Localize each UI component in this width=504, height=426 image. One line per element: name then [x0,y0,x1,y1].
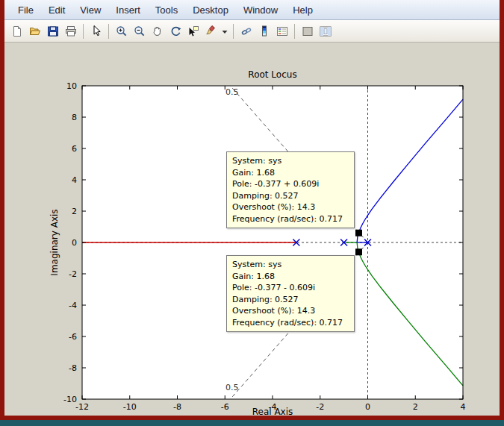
toolbar-separator [294,24,295,39]
open-file-icon [28,25,42,38]
insert-legend-button[interactable] [273,22,290,40]
datatip-line-pole: Pole: -0.377 - 0.609i [232,282,349,294]
matlab-figure-window: { "window": { "frame_color": "#8f150c", … [0,0,504,426]
damping-ratio-label-bottom: 0.5 [225,383,239,392]
menu-bar: File Edit View Insert Tools Desktop Wind… [4,0,500,20]
chevron-down-icon [221,27,228,36]
brush-icon [205,25,218,38]
datatip-line-overshoot: Overshoot (%): 14.3 [232,305,349,317]
toolbar-separator [108,24,109,39]
link-plot-button[interactable] [237,22,255,40]
datatip-line-pole: Pole: -0.377 + 0.609i [232,178,349,190]
datatip-line-gain: Gain: 1.68 [232,167,349,179]
menu-window[interactable]: Window [236,1,285,19]
menu-file[interactable]: File [10,1,41,19]
figure-window: File Edit View Insert Tools Desktop Wind… [4,0,500,416]
zoom-in-button[interactable] [113,22,130,40]
y-tick-label: -2 [69,269,77,279]
save-figure-button[interactable] [44,22,61,40]
show-plot-tools-button[interactable] [317,22,334,40]
y-tick-label: 2 [72,207,77,216]
datatip-lower-pole[interactable]: System: sys Gain: 1.68 Pole: -0.377 - 0.… [226,255,355,332]
datatip-line-overshoot: Overshoot (%): 14.3 [232,201,349,213]
save-figure-icon [46,25,60,38]
y-tick-label: -8 [69,363,77,373]
edit-plot-cursor-icon [90,25,103,38]
menu-insert[interactable]: Insert [108,1,148,19]
print-figure-button[interactable] [62,22,79,40]
menu-tools[interactable]: Tools [148,1,185,19]
toolbar-separator [83,24,84,39]
menu-edit[interactable]: Edit [41,1,72,19]
zoom-out-icon [133,25,146,38]
toolbar-separator [233,24,234,39]
selected-gain-marker[interactable] [355,248,362,255]
datatip-line-frequency: Frequency (rad/sec): 0.717 [232,317,349,329]
insert-legend-icon [276,25,289,38]
data-cursor-button[interactable] [184,22,202,40]
menu-help[interactable]: Help [285,1,320,19]
rotate-3d-button[interactable] [167,22,184,40]
y-tick-label: 8 [72,113,77,122]
show-plot-tools-icon [319,25,332,38]
datatip-line-damping: Damping: 0.527 [232,190,349,202]
damping-ratio-label-top: 0.5 [225,87,239,97]
insert-colorbar-button[interactable] [255,22,273,40]
print-figure-icon [64,25,78,38]
y-tick-label: -4 [69,301,77,310]
datatip-line-frequency: Frequency (rad/sec): 0.717 [232,213,349,225]
brush-dropdown-button[interactable] [220,22,229,40]
root-locus-plot: -12-10-8-6-4-2024-10-8-6-4-20246810 [4,43,500,416]
brush-button[interactable] [202,22,220,40]
datatip-line-system: System: sys [232,155,349,167]
y-tick-label: -10 [63,395,77,404]
figure-toolbar [4,20,500,43]
y-axis-label: Imaginary Axis [49,190,60,295]
y-tick-label: 4 [72,175,77,185]
y-tick-label: 0 [72,238,77,248]
edit-plot-button[interactable] [87,22,105,40]
y-tick-label: -6 [69,332,77,342]
datatip-line-gain: Gain: 1.68 [232,271,349,283]
new-figure-button[interactable] [8,22,25,40]
rotate-3d-icon [169,25,182,38]
link-plot-icon [240,25,253,38]
datatip-line-damping: Damping: 0.527 [232,294,349,306]
y-tick-label: 6 [72,144,77,154]
selected-gain-marker[interactable] [355,230,362,237]
figure-area: -12-10-8-6-4-2024-10-8-6-4-20246810 Root… [4,43,500,416]
plot-title: Root Locus [82,69,463,80]
pan-button[interactable] [149,22,166,40]
zoom-in-icon [115,25,128,38]
pan-hand-icon [151,25,164,38]
x-axis-label: Real Axis [82,407,463,417]
hide-plot-tools-icon [301,25,314,38]
data-cursor-icon [187,25,200,38]
menu-desktop[interactable]: Desktop [185,1,236,19]
background-strip [0,420,504,426]
y-tick-label: 10 [66,81,77,91]
datatip-upper-pole[interactable]: System: sys Gain: 1.68 Pole: -0.377 + 0.… [226,151,355,228]
menu-view[interactable]: View [72,1,108,19]
datatip-line-system: System: sys [232,259,349,271]
open-file-button[interactable] [26,22,43,40]
new-figure-icon [10,25,24,38]
hide-plot-tools-button[interactable] [299,22,316,40]
zoom-out-button[interactable] [131,22,148,40]
insert-colorbar-icon [258,25,271,38]
